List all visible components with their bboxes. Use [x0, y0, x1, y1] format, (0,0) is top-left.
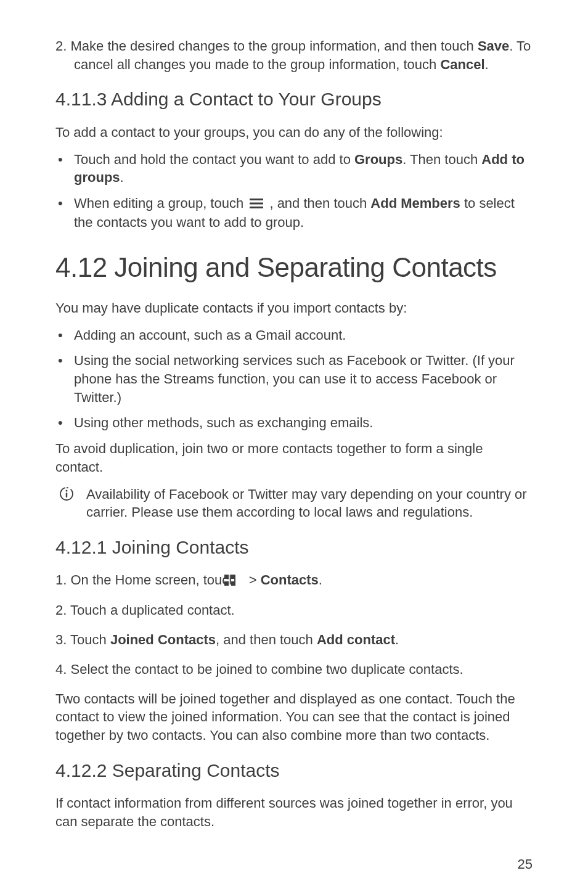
cancel-label: Cancel [440, 57, 484, 72]
heading-4-12-2: 4.12.2 Separating Contacts [55, 758, 533, 784]
step-text: On the Home screen, touch [70, 572, 240, 588]
bullet-item: Using other methods, such as exchanging … [55, 414, 533, 432]
heading-4-12: 4.12 Joining and Separating Contacts [55, 249, 533, 285]
step-number: 3. [55, 632, 70, 647]
svg-rect-1 [250, 203, 263, 205]
step-text: Touch a duplicated contact. [70, 602, 235, 618]
svg-rect-4 [66, 493, 67, 498]
step-1-item: 1. On the Home screen, touch > Contacts. [55, 571, 533, 590]
svg-rect-8 [231, 581, 235, 586]
step-text: . [395, 632, 399, 647]
page-number: 25 [55, 855, 533, 874]
note-text: Availability of Facebook or Twitter may … [86, 486, 527, 520]
body-text: If contact information from different so… [55, 794, 533, 830]
svg-rect-7 [224, 581, 229, 586]
bullet-item: When editing a group, touch , and then t… [55, 194, 533, 232]
save-label: Save [478, 38, 509, 54]
body-text: To avoid duplication, join two or more c… [55, 440, 533, 476]
bullet-text: Touch and hold the contact you want to a… [74, 152, 354, 167]
bullet-item: Adding an account, such as a Gmail accou… [55, 326, 533, 345]
intro-text: You may have duplicate contacts if you i… [55, 299, 533, 318]
step-4-item: 4. Select the contact to be joined to co… [55, 660, 533, 679]
svg-rect-6 [231, 575, 235, 579]
bullet-text: , and then touch [266, 195, 370, 211]
groups-label: Groups [354, 152, 402, 167]
step-2-item: 2. Make the desired changes to the group… [55, 37, 533, 73]
step-3-item: 3. Touch Joined Contacts, and then touch… [55, 631, 533, 649]
step-number: 4. [55, 662, 70, 677]
step-2-item: 2. Touch a duplicated contact. [55, 601, 533, 620]
step-text: Make the desired changes to the group in… [70, 38, 477, 54]
step-text: . [319, 572, 322, 588]
step-text: , and then touch [216, 632, 317, 647]
bullet-text: . Then touch [402, 152, 481, 167]
bullet-item: Using the social networking services suc… [55, 351, 533, 406]
heading-4-12-1: 4.12.1 Joining Contacts [55, 535, 533, 560]
bullet-item: Touch and hold the contact you want to a… [55, 150, 533, 187]
step-text: Touch [70, 632, 110, 647]
step-text: Select the contact to be joined to combi… [70, 662, 463, 677]
add-contact-label: Add contact [317, 632, 395, 647]
svg-rect-2 [250, 207, 263, 208]
contacts-label: Contacts [261, 572, 319, 588]
svg-point-3 [66, 490, 68, 491]
note-block: Availability of Facebook or Twitter may … [55, 485, 533, 522]
info-icon [59, 486, 74, 506]
bullet-text: When editing a group, touch [74, 195, 247, 211]
intro-text: To add a contact to your groups, you can… [55, 123, 533, 142]
menu-icon [250, 195, 263, 213]
step-text: > [245, 572, 261, 588]
svg-rect-5 [224, 575, 229, 579]
step-number: 2. [55, 38, 70, 54]
heading-4-11-3: 4.11.3 Adding a Contact to Your Groups [55, 87, 533, 112]
step-number: 2. [55, 602, 70, 618]
joined-contacts-label: Joined Contacts [110, 632, 216, 647]
step-number: 1. [55, 572, 70, 588]
bullet-text: . [120, 170, 124, 185]
add-members-label: Add Members [370, 195, 460, 211]
body-text: Two contacts will be joined together and… [55, 690, 533, 745]
step-text: . [485, 57, 489, 72]
svg-rect-0 [250, 199, 263, 200]
